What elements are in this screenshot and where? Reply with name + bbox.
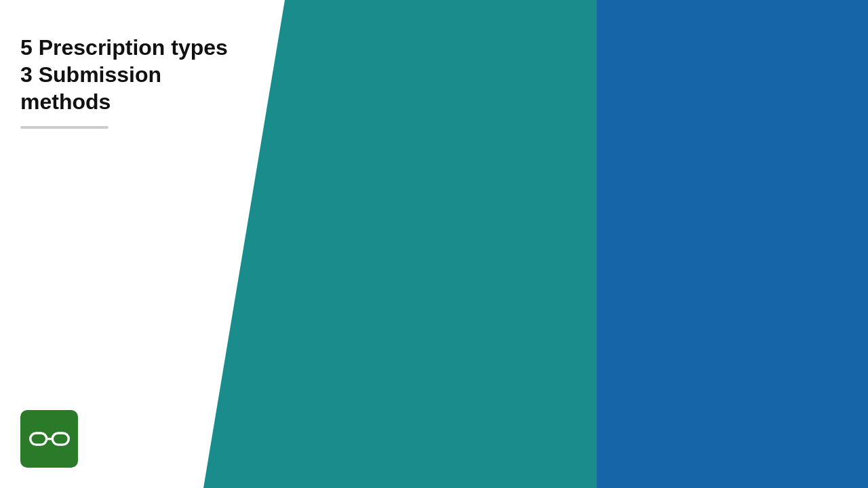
page-content: 5 Prescription types 3 Submission method… <box>0 0 868 488</box>
heading-line3: methods <box>20 88 271 115</box>
heading-line1: 5 Prescription types <box>20 34 271 61</box>
logo <box>20 410 78 468</box>
left-section: 5 Prescription types 3 Submission method… <box>20 34 271 129</box>
logo-icon <box>29 426 70 453</box>
bg-blue <box>597 0 868 488</box>
svg-rect-0 <box>30 433 46 445</box>
svg-rect-1 <box>52 433 68 445</box>
divider <box>20 126 108 129</box>
heading-line2: 3 Submission <box>20 61 271 88</box>
main-heading: 5 Prescription types 3 Submission method… <box>20 34 271 115</box>
